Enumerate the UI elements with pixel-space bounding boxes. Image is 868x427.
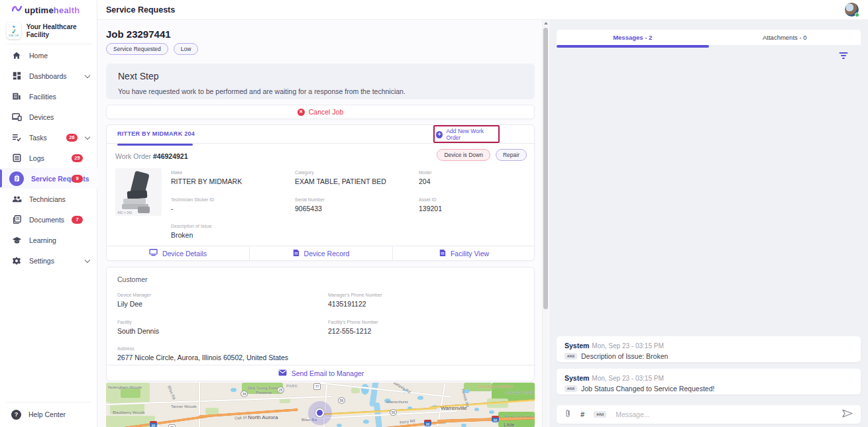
sidebar: uptimehealth + ✓ KIM CHI Your Healthcare… [0,0,97,427]
main-scrollbar[interactable] [542,20,549,427]
field-technician-sticker-id: Technician Sticker ID - [171,197,290,213]
message-card: SystemMon, Sep 23 - 03:15 PM #All Descri… [557,336,861,362]
monitor-icon [149,249,158,258]
sidebar-item-documents[interactable]: Documents 7 [0,209,97,230]
device-down-badge[interactable]: Device is Down [437,149,490,161]
facility-switcher[interactable]: + ✓ KIM CHI Your Healthcare Facility [7,23,91,44]
panel-tabs: Messages - 2 Attachments - 0 [557,30,861,45]
add-new-work-order-button[interactable]: + Add New Work Order [436,126,497,142]
sidebar-item-logs[interactable]: Logs 25 [0,148,97,168]
main-content: Job 23297441 Service Requested Low Next … [97,20,543,427]
field-facility: Facility South Dennis [117,320,316,335]
facility-name: Your Healthcare Facility [27,23,91,39]
field-make: Make RITTER BY MIDMARK [171,170,290,185]
field-category: Category EXAM TABLE, PATIENT BED [295,170,414,185]
online-status-dot [855,13,859,17]
envelope-icon [278,369,287,377]
facility-view-button[interactable]: Facility View [393,246,535,260]
sidebar-item-technicians[interactable]: Technicians [0,189,97,209]
documents-icon [11,214,22,225]
sidebar-item-tasks[interactable]: Tasks 26 [0,127,97,148]
device-photo[interactable]: 342 × 342 [115,168,162,216]
tasks-count-badge: 26 [66,134,78,142]
field-description-of-issue: Description of Issue Broken [171,224,290,239]
field-facility-phone: Facility's Phone Number 212-555-1212 [328,320,527,335]
tab-messages[interactable]: Messages - 2 [557,30,709,45]
brand-wordmark: uptimehealth [25,5,80,15]
message-composer: # #All [557,405,861,424]
send-icon[interactable] [842,408,853,420]
map-location-marker[interactable] [315,408,324,417]
chevron-down-icon [85,73,90,78]
message-sender: System [565,342,589,350]
next-step-description: You have requested work to be performed … [118,87,523,95]
messages-panel: Messages - 2 Attachments - 0 SystemMon, … [549,20,868,427]
people-icon [11,194,22,205]
hash-icon[interactable]: # [580,410,584,418]
sidebar-item-service-requests[interactable]: Service Requests 9 [0,168,97,189]
field-manager-phone: Manager's Phone Number 4135191122 [328,293,527,308]
clipboard-icon [9,171,24,186]
scroll-up-arrow[interactable] [543,20,549,26]
sidebar-nav: Home Dashboards Facilities Devices Tasks… [0,45,97,271]
logs-count-badge: 25 [72,154,83,162]
document-icon [293,249,299,258]
building-icon [11,91,22,102]
page-title: Service Requests [106,5,175,15]
cancel-job-button[interactable]: ✕ Cancel Job [106,105,535,119]
tasks-icon [11,132,22,143]
scrollbar-thumb[interactable] [543,28,548,309]
field-asset-id: Asset ID 139201 [419,197,538,213]
device-record-button[interactable]: Device Record [250,246,393,260]
facility-bird-icon: ✓ [11,28,17,34]
document-icon [439,249,446,258]
sidebar-item-facilities[interactable]: Facilities [0,86,97,107]
message-card: SystemMon, Sep 23 - 03:15 PM #All Job St… [557,369,861,395]
customer-title: Customer [117,275,148,283]
brand-logo[interactable]: uptimehealth [12,4,80,16]
work-order-header: Work Order #46924921 Device is Down Repa… [107,149,535,164]
job-status-badge: Service Requested [106,43,168,55]
job-title: Job 23297441 [106,28,171,40]
top-bar: Service Requests [0,0,868,20]
next-step-panel: Next Step You have requested work to be … [106,64,535,99]
message-timestamp: Mon, Sep 23 - 03:15 PM [592,375,663,382]
tab-device-work-order[interactable]: RITTER BY MIDMARK 204 [117,130,195,137]
message-text: Job Status Changed to Service Requested! [581,385,714,393]
paperclip-icon[interactable] [565,408,571,420]
messages-tab-underline [557,45,709,48]
sidebar-item-dashboards[interactable]: Dashboards [0,66,97,86]
filter-icon[interactable] [839,52,847,60]
tab-attachments[interactable]: Attachments - 0 [709,30,861,45]
cancel-x-icon: ✕ [298,109,305,116]
gear-icon [11,256,22,266]
sidebar-item-devices[interactable]: Devices [0,107,97,127]
message-input[interactable] [616,410,833,418]
plus-circle-icon: + [436,131,443,138]
work-order-badges: Device is Down Repair [437,149,527,161]
field-serial-number: Serial Number 9065433 [295,197,414,213]
field-device-manager: Device Manager Lily Dee [117,293,316,308]
photo-caption: 342 × 342 [117,211,132,214]
brand-wave-icon [12,4,22,16]
graduation-cap-icon [11,235,22,246]
message-sender: System [565,374,589,382]
help-center-link[interactable]: ? Help Center [0,404,97,424]
device-details-button[interactable]: Device Details [107,246,250,260]
sidebar-item-settings[interactable]: Settings [0,250,97,271]
repair-badge[interactable]: Repair [496,149,527,161]
chevron-down-icon [85,135,90,140]
sidebar-item-learning[interactable]: Learning [0,230,97,250]
channel-tag[interactable]: #All [594,411,606,418]
sidebar-item-home[interactable]: Home [0,45,97,66]
work-order-tabs: RITTER BY MIDMARK 204 + Add New Work Ord… [107,125,534,144]
work-order-actions: Device Details Device Record Facility Vi… [107,246,535,260]
channel-tag: #All [565,385,577,392]
facility-map[interactable]: Nottingham Woods Dick Young Forest Prese… [106,383,535,427]
field-model: Model 204 [419,170,538,185]
customer-card: Customer Device Manager Lily Dee Manager… [106,267,535,381]
active-tab-underline [117,144,193,146]
user-avatar[interactable] [845,3,859,17]
message-text: Description of Issue: Broken [581,352,668,360]
send-email-button[interactable]: Send Email to Manager [107,365,535,381]
